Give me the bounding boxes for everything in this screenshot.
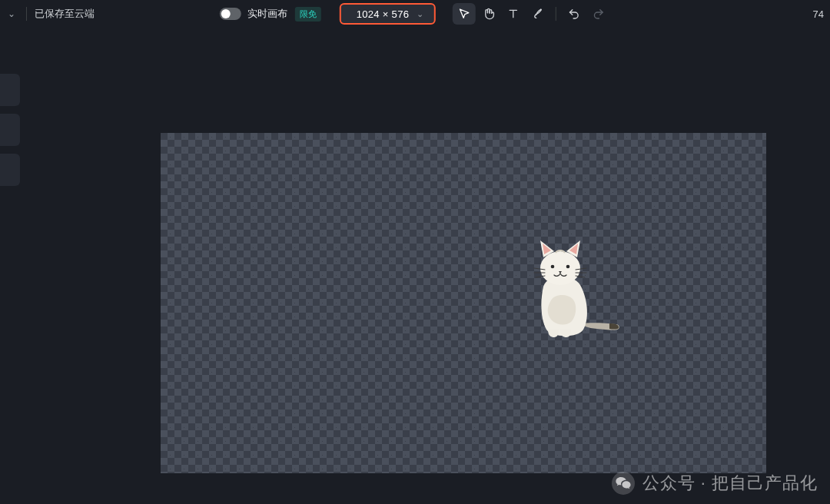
- chevron-down-icon: ⌄: [417, 9, 423, 19]
- svg-point-2: [540, 251, 580, 285]
- watermark-text: 公众号 · 把自己产品化: [642, 472, 818, 495]
- save-status: 已保存至云端: [35, 7, 95, 21]
- realtime-label: 实时画布: [247, 7, 287, 21]
- canvas-size-text: 1024 × 576: [357, 8, 409, 20]
- free-badge: 限免: [295, 7, 321, 22]
- toolbar-left: ⌄ 已保存至云端: [0, 7, 95, 21]
- cat-illustration: [506, 239, 622, 343]
- tool-icons: [453, 3, 610, 25]
- toolbar-center: 实时画布 限免 1024 × 576 ⌄: [220, 3, 610, 25]
- brush-tool[interactable]: [526, 3, 549, 25]
- right-counter: 74: [813, 8, 824, 20]
- toolbar-right: 74: [813, 0, 824, 28]
- wechat-icon: [612, 472, 635, 495]
- menu-chevron-down-icon[interactable]: ⌄: [5, 8, 18, 19]
- realtime-toggle[interactable]: [220, 8, 241, 20]
- top-toolbar: ⌄ 已保存至云端 实时画布 限免 1024 × 576 ⌄: [0, 0, 830, 28]
- vertical-divider: [26, 7, 27, 21]
- redo-button[interactable]: [587, 3, 610, 25]
- svg-point-3: [551, 265, 555, 269]
- left-tab-1[interactable]: [0, 74, 20, 106]
- canvas[interactable]: [161, 133, 766, 473]
- undo-button[interactable]: [563, 3, 586, 25]
- left-tab-3[interactable]: [0, 154, 20, 186]
- left-tab-2[interactable]: [0, 114, 20, 146]
- watermark: 公众号 · 把自己产品化: [612, 472, 818, 495]
- canvas-size-dropdown[interactable]: 1024 × 576 ⌄: [340, 3, 436, 25]
- left-panel-tabs: [0, 74, 20, 186]
- vertical-divider: [556, 7, 556, 21]
- cursor-tool[interactable]: [453, 3, 476, 25]
- text-tool[interactable]: [502, 3, 525, 25]
- svg-point-4: [566, 265, 570, 269]
- hand-tool[interactable]: [477, 3, 500, 25]
